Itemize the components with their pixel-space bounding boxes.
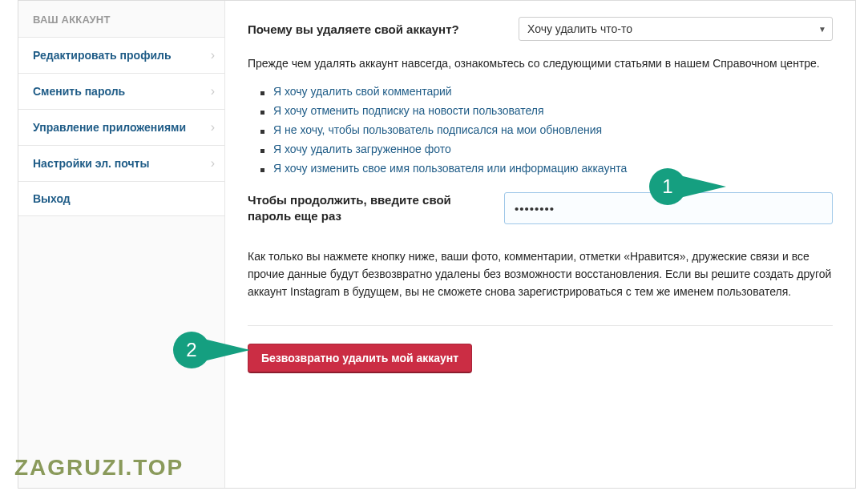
reason-select[interactable]: Хочу удалить что-то: [519, 17, 833, 41]
help-link[interactable]: Я не хочу, чтобы пользователь подписался…: [273, 123, 602, 136]
main-content: Почему вы удаляете свой аккаунт? Хочу уд…: [225, 1, 855, 488]
sidebar-header: ВАШ АККАУНТ: [18, 1, 224, 38]
chevron-right-icon: ›: [211, 84, 215, 99]
list-item: Я хочу отменить подписку на новости поль…: [260, 104, 833, 117]
sidebar-item-label: Управление приложениями: [33, 121, 186, 134]
help-links-list: Я хочу удалить свой комментарий Я хочу о…: [260, 85, 833, 175]
warning-text: Как только вы нажмете кнопку ниже, ваши …: [248, 248, 833, 301]
divider: [248, 325, 833, 326]
list-item: Я хочу удалить загруженное фото: [260, 143, 833, 155]
sidebar-item-label: Настройки эл. почты: [33, 157, 149, 170]
list-item: Я хочу изменить свое имя пользователя ил…: [260, 162, 833, 175]
sidebar-item-label: Сменить пароль: [33, 85, 125, 98]
reason-question: Почему вы удаляете свой аккаунт?: [248, 22, 459, 36]
list-item: Я не хочу, чтобы пользователь подписался…: [260, 123, 833, 136]
password-row: Чтобы продолжить, введите свой пароль ещ…: [248, 192, 833, 225]
help-link[interactable]: Я хочу изменить свое имя пользователя ил…: [273, 162, 627, 175]
sidebar-item-edit-profile[interactable]: Редактировать профиль ›: [18, 38, 224, 74]
password-label: Чтобы продолжить, введите свой пароль ещ…: [248, 192, 488, 225]
sidebar: ВАШ АККАУНТ Редактировать профиль › Смен…: [18, 1, 225, 488]
sidebar-item-label: Выход: [33, 192, 71, 205]
help-link[interactable]: Я хочу отменить подписку на новости поль…: [273, 104, 544, 117]
reason-select-wrap: Хочу удалить что-то ▼: [519, 17, 833, 41]
help-link[interactable]: Я хочу удалить загруженное фото: [273, 143, 451, 155]
list-item: Я хочу удалить свой комментарий: [260, 85, 833, 98]
chevron-right-icon: ›: [211, 156, 215, 171]
password-input[interactable]: [504, 192, 833, 224]
intro-text: Прежде чем удалять аккаунт навсегда, озн…: [248, 55, 833, 72]
chevron-right-icon: ›: [211, 48, 215, 62]
sidebar-item-change-password[interactable]: Сменить пароль ›: [18, 74, 224, 110]
sidebar-item-logout[interactable]: Выход ›: [18, 182, 224, 216]
delete-account-button[interactable]: Безвозвратно удалить мой аккаунт: [248, 344, 472, 373]
app-frame: ВАШ АККАУНТ Редактировать профиль › Смен…: [18, 0, 856, 489]
help-link[interactable]: Я хочу удалить свой комментарий: [273, 85, 452, 98]
sidebar-item-manage-apps[interactable]: Управление приложениями ›: [18, 110, 224, 146]
chevron-right-icon: ›: [211, 120, 215, 135]
reason-row: Почему вы удаляете свой аккаунт? Хочу уд…: [248, 17, 833, 41]
watermark: ZAGRUZI.TOP: [14, 455, 184, 481]
sidebar-item-email-settings[interactable]: Настройки эл. почты ›: [18, 146, 224, 182]
sidebar-item-label: Редактировать профиль: [33, 49, 172, 62]
